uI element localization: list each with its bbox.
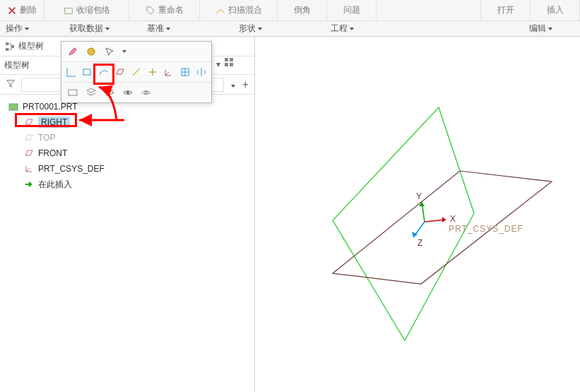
ribbon-publish-label: 打开 <box>497 4 514 16</box>
ribbon-group-edit[interactable]: 编辑 <box>523 23 580 35</box>
svg-rect-20 <box>230 58 233 61</box>
show-sel-icon[interactable] <box>139 85 153 100</box>
svg-rect-21 <box>225 63 228 66</box>
chevron-down-icon[interactable] <box>122 50 126 53</box>
svg-rect-12 <box>83 69 90 75</box>
svg-marker-6 <box>442 217 446 222</box>
ribbon-btn-other1[interactable]: 倒角 <box>278 0 327 20</box>
mirror-toggle-icon[interactable] <box>195 65 207 79</box>
plane-icon <box>24 148 34 158</box>
tree-item-front[interactable]: FRONT <box>3 145 251 161</box>
chevron-down-icon <box>105 28 110 30</box>
model-tree: PRT0001.PRT RIGHT TOP FRONT <box>0 95 254 196</box>
plane-toggle-icon[interactable] <box>114 65 126 79</box>
ribbon-group-shape[interactable]: 形状 <box>233 23 325 35</box>
tree-item-top-label: TOP <box>38 133 55 143</box>
plane-icon <box>24 133 34 143</box>
select-icon[interactable] <box>102 44 117 59</box>
chevron-down-icon <box>350 28 354 30</box>
ribbon-btn-rename[interactable]: 重命名 <box>129 0 200 20</box>
grid-toggle-icon[interactable] <box>179 65 191 79</box>
curve-toggle-icon[interactable] <box>98 65 110 79</box>
tag-icon <box>146 6 155 16</box>
csys-icon <box>24 164 34 174</box>
tree-header-controls: ▾ <box>216 58 237 70</box>
ribbon-group-engineering[interactable]: 工程 <box>325 23 417 35</box>
part-icon <box>8 102 18 112</box>
svg-point-17 <box>145 91 148 94</box>
svg-rect-2 <box>6 48 8 51</box>
csys-axes: X Y Z PRT_CSYS_DEF <box>412 191 523 248</box>
line-toggle-icon[interactable] <box>131 65 143 79</box>
tree-dropdown-icon[interactable]: ▾ <box>216 59 220 69</box>
chevron-down-icon <box>548 28 552 30</box>
tree-item-top[interactable]: TOP <box>3 130 251 145</box>
tree-add-icon[interactable]: + <box>242 78 249 91</box>
svg-rect-19 <box>225 58 228 61</box>
svg-rect-4 <box>9 104 18 110</box>
point-toggle-icon[interactable] <box>146 65 158 79</box>
ribbon-btn-publish[interactable]: 打开 <box>481 0 531 20</box>
show-icon[interactable] <box>121 85 135 100</box>
show-all-icon[interactable] <box>66 85 80 100</box>
ribbon-btn-sweep[interactable]: 扫描混合 <box>200 0 278 20</box>
filter-icon[interactable] <box>6 78 16 90</box>
tree-item-right-label: RIGHT <box>38 117 70 128</box>
ribbon-group-labels: 操作 获取数据 基准 形状 工程 编辑 <box>0 21 580 37</box>
tree-item-csys-label: PRT_CSYS_DEF <box>38 164 105 174</box>
context-toolbar-row3 <box>61 82 211 102</box>
plane-icon <box>24 117 34 127</box>
ribbon-rename-label: 重命名 <box>158 4 184 16</box>
svg-point-16 <box>126 91 129 94</box>
tree-icon <box>4 41 16 52</box>
tree-grid-icon[interactable] <box>225 58 237 70</box>
sweep-icon <box>215 6 225 16</box>
context-toolbar-row1 <box>61 42 211 61</box>
chevron-down-icon <box>258 28 262 30</box>
hide-icon[interactable] <box>102 85 117 100</box>
ribbon-insert-label: 插入 <box>547 4 564 16</box>
layer-icon[interactable] <box>84 85 98 100</box>
graphics-viewport[interactable]: X Y Z PRT_CSYS_DEF <box>255 37 580 392</box>
axis-x-label: X <box>450 214 456 224</box>
ribbon-btn-insert[interactable]: 插入 <box>531 0 580 20</box>
tree-item-right[interactable]: RIGHT <box>3 114 251 130</box>
csys-label: PRT_CSYS_DEF <box>449 224 523 234</box>
tree-options-icon[interactable] <box>230 80 235 90</box>
tree-item-front-label: FRONT <box>38 148 67 158</box>
x-icon <box>7 6 17 16</box>
model-tree-tab-label[interactable]: 模型树 <box>18 40 44 52</box>
csys-toggle-icon[interactable] <box>162 65 174 79</box>
sphere-icon[interactable] <box>84 44 98 59</box>
scene-svg: X Y Z PRT_CSYS_DEF <box>255 37 580 392</box>
svg-rect-0 <box>64 8 72 13</box>
ribbon-btn-delete[interactable]: 删除 <box>0 0 45 20</box>
ribbon-group-getdata[interactable]: 获取数据 <box>64 23 141 35</box>
axis-z-label: Z <box>418 238 422 248</box>
ribbon-group-reference[interactable]: 基准 <box>141 23 233 35</box>
ribbon-spacer <box>377 0 481 20</box>
ribbon-btn-pack[interactable]: 收缩包络 <box>45 0 129 20</box>
svg-line-15 <box>106 89 113 96</box>
axis-toggle-icon[interactable] <box>66 65 78 79</box>
svg-rect-14 <box>69 90 77 95</box>
axis-y-label: Y <box>416 191 422 201</box>
box-icon <box>64 6 73 16</box>
svg-rect-3 <box>11 45 14 48</box>
ribbon-other2-label: 问题 <box>343 4 360 16</box>
chevron-down-icon <box>166 28 170 30</box>
ribbon-btn-other2[interactable]: 问题 <box>327 0 377 20</box>
tree-root-label: PRT0001.PRT <box>23 102 78 112</box>
model-tree-label: 模型树 <box>4 59 30 71</box>
box-toggle-icon[interactable] <box>82 65 94 79</box>
tree-item-insert[interactable]: 在此插入 <box>3 177 251 192</box>
ribbon-delete-label: 删除 <box>20 4 37 16</box>
ribbon-group-operate[interactable]: 操作 <box>0 23 64 35</box>
tree-item-csys[interactable]: PRT_CSYS_DEF <box>3 161 251 177</box>
ribbon-top-row: 删除 收缩包络 重命名 扫描混合 倒角 问题 打开 插入 <box>0 0 580 21</box>
tree-item-insert-label: 在此插入 <box>38 179 72 191</box>
chevron-down-icon <box>25 28 29 30</box>
svg-point-11 <box>88 48 95 55</box>
paint-icon[interactable] <box>66 44 80 59</box>
ribbon-pack-label: 收缩包络 <box>76 4 110 16</box>
